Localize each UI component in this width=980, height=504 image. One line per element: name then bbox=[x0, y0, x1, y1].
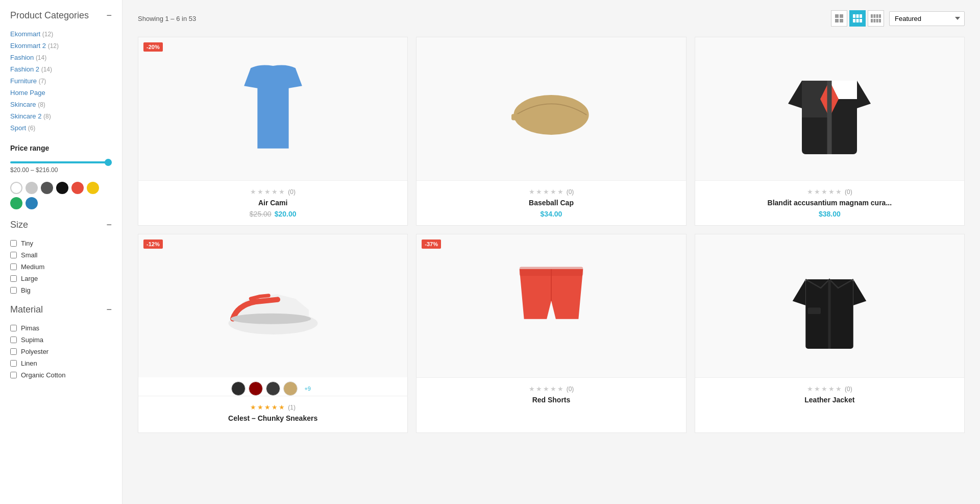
svg-rect-10 bbox=[871, 14, 873, 18]
category-link[interactable]: Skincare (8) bbox=[10, 101, 45, 108]
material-label[interactable]: Supima bbox=[21, 336, 43, 344]
material-label[interactable]: Linen bbox=[21, 359, 37, 367]
category-item[interactable]: Home Page bbox=[10, 87, 112, 99]
material-item: Supima bbox=[10, 334, 112, 346]
material-label[interactable]: Pimas bbox=[21, 324, 39, 332]
category-item[interactable]: Ekommart 2 (12) bbox=[10, 40, 112, 52]
product-info: ★★★★★ (0) Leather Jacket bbox=[695, 377, 964, 414]
product-image bbox=[505, 75, 597, 143]
variant-thumb[interactable] bbox=[249, 381, 263, 396]
material-checkbox-pimas[interactable] bbox=[10, 325, 17, 331]
color-swatch-white[interactable] bbox=[10, 182, 22, 194]
category-item[interactable]: Sport (6) bbox=[10, 122, 112, 134]
product-image-wrap bbox=[695, 234, 964, 377]
color-swatch-green[interactable] bbox=[10, 197, 22, 209]
category-link[interactable]: Ekommart 2 (12) bbox=[10, 42, 59, 50]
star-icon: ★ bbox=[828, 385, 835, 393]
product-card[interactable]: -12% +9 ★★★★★ (1) Celest – Chunky Sneake… bbox=[138, 234, 408, 433]
product-image-wrap: -12% bbox=[138, 234, 407, 377]
svg-rect-11 bbox=[873, 14, 875, 18]
category-link[interactable]: Fashion 2 (14) bbox=[10, 65, 52, 73]
product-price: $38.00 bbox=[703, 210, 956, 218]
product-card[interactable]: -37% ★★★★★ (0) Red Shorts bbox=[416, 234, 686, 433]
grid-3col-btn[interactable] bbox=[849, 10, 866, 27]
material-checkbox-organic-cotton[interactable] bbox=[10, 372, 17, 378]
star-icon: ★ bbox=[543, 385, 549, 393]
rating-count: (0) bbox=[567, 188, 574, 196]
star-icon: ★ bbox=[821, 385, 827, 393]
svg-rect-32 bbox=[520, 267, 583, 276]
svg-rect-9 bbox=[860, 19, 862, 22]
size-checkbox-large[interactable] bbox=[10, 275, 17, 282]
variant-thumb[interactable] bbox=[266, 381, 280, 396]
product-name: Blandit accusantium magnam cura... bbox=[703, 199, 956, 207]
main-content: Showing 1 – 6 in 53 bbox=[122, 0, 980, 504]
category-item[interactable]: Ekommart (12) bbox=[10, 28, 112, 40]
size-checkbox-medium[interactable] bbox=[10, 263, 17, 270]
size-checkbox-big[interactable] bbox=[10, 287, 17, 294]
size-checkbox-small[interactable] bbox=[10, 252, 17, 258]
price-values: $20.00 – $216.00 bbox=[10, 166, 112, 174]
product-image bbox=[510, 259, 592, 353]
color-swatch-yellow[interactable] bbox=[87, 182, 99, 194]
product-card[interactable]: ★★★★★ (0) Blandit accusantium magnam cur… bbox=[695, 37, 965, 226]
grid-2col-btn[interactable] bbox=[831, 10, 847, 27]
category-item[interactable]: Fashion (14) bbox=[10, 52, 112, 63]
category-link[interactable]: Home Page bbox=[10, 89, 45, 97]
star-icon: ★ bbox=[550, 188, 556, 196]
product-info: ★★★★★ (0) Baseball Cap $34.00 bbox=[416, 180, 685, 225]
material-label[interactable]: Organic Cotton bbox=[21, 371, 65, 379]
size-label[interactable]: Small bbox=[21, 251, 38, 259]
category-item[interactable]: Skincare 2 (8) bbox=[10, 110, 112, 122]
product-rating: ★★★★★ (0) bbox=[703, 188, 956, 196]
category-item[interactable]: Skincare (8) bbox=[10, 99, 112, 110]
color-swatch-dark-gray[interactable] bbox=[41, 182, 53, 194]
material-collapse-btn[interactable]: − bbox=[106, 304, 112, 315]
star-icon: ★ bbox=[529, 385, 535, 393]
size-item: Large bbox=[10, 273, 112, 284]
size-title: Size bbox=[10, 220, 28, 230]
product-card[interactable]: ★★★★★ (0) Baseball Cap $34.00 bbox=[416, 37, 686, 226]
size-label[interactable]: Medium bbox=[21, 263, 44, 271]
material-item: Pimas bbox=[10, 322, 112, 334]
size-label[interactable]: Tiny bbox=[21, 239, 33, 247]
size-label[interactable]: Large bbox=[21, 275, 38, 282]
color-swatches bbox=[10, 182, 112, 209]
category-link[interactable]: Furniture (7) bbox=[10, 77, 46, 85]
grid-4col-btn[interactable] bbox=[868, 10, 884, 27]
category-item[interactable]: Furniture (7) bbox=[10, 75, 112, 87]
product-name: Leather Jacket bbox=[703, 396, 956, 404]
color-swatch-blue[interactable] bbox=[26, 197, 38, 209]
size-section-title: Size − bbox=[10, 220, 112, 230]
material-item: Organic Cotton bbox=[10, 369, 112, 381]
variant-more[interactable]: +9 bbox=[301, 381, 315, 396]
color-swatch-light-gray[interactable] bbox=[26, 182, 38, 194]
category-link[interactable]: Skincare 2 (8) bbox=[10, 112, 51, 120]
star-icon: ★ bbox=[272, 188, 278, 196]
variant-thumb[interactable] bbox=[231, 381, 246, 396]
material-checkbox-supima[interactable] bbox=[10, 337, 17, 343]
sort-select[interactable]: FeaturedPrice: Low to HighPrice: High to… bbox=[889, 11, 965, 26]
color-swatch-red[interactable] bbox=[71, 182, 84, 194]
product-card[interactable]: -20% ★★★★★ (0) Air Cami $25.00$20.00 bbox=[138, 37, 408, 226]
material-checkbox-linen[interactable] bbox=[10, 360, 17, 367]
variant-thumb[interactable] bbox=[283, 381, 298, 396]
material-label[interactable]: Polyester bbox=[21, 348, 48, 355]
category-link[interactable]: Sport (6) bbox=[10, 124, 35, 132]
star-icon: ★ bbox=[836, 188, 842, 196]
product-price: $34.00 bbox=[425, 210, 677, 218]
product-card[interactable]: ★★★★★ (0) Leather Jacket bbox=[695, 234, 965, 433]
material-checkbox-polyester[interactable] bbox=[10, 348, 17, 355]
category-item[interactable]: Fashion 2 (14) bbox=[10, 63, 112, 75]
size-label[interactable]: Big bbox=[21, 286, 31, 294]
star-icon: ★ bbox=[279, 188, 285, 196]
product-price: $25.00$20.00 bbox=[146, 210, 399, 218]
category-link[interactable]: Fashion (14) bbox=[10, 54, 46, 61]
color-swatch-black[interactable] bbox=[56, 182, 68, 194]
price-range-slider[interactable] bbox=[10, 161, 112, 163]
category-link[interactable]: Ekommart (12) bbox=[10, 30, 53, 38]
size-collapse-btn[interactable]: − bbox=[106, 220, 112, 230]
categories-section-title: Product Categories − bbox=[10, 10, 112, 21]
size-checkbox-tiny[interactable] bbox=[10, 240, 17, 247]
categories-collapse-btn[interactable]: − bbox=[106, 10, 112, 21]
